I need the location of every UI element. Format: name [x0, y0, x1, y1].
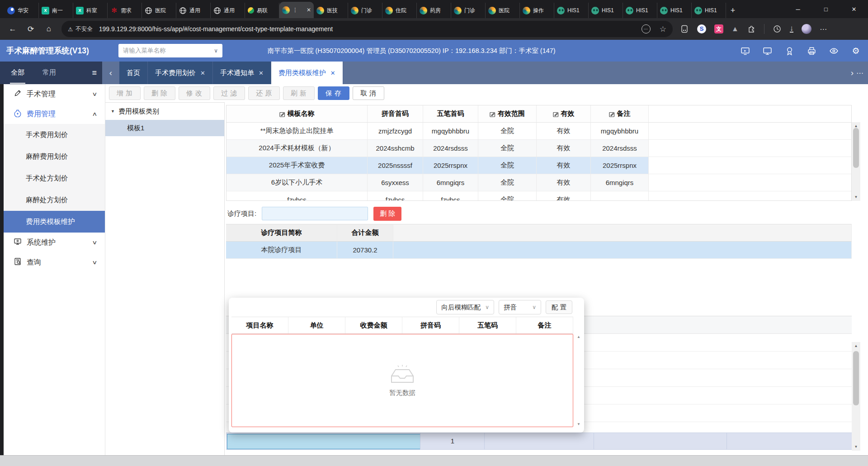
filter-tab-all[interactable]: 全部: [10, 62, 25, 84]
collections-icon[interactable]: [680, 24, 689, 33]
popup-column-header-收费金额[interactable]: 收费金额: [345, 317, 402, 333]
page-tab-手术通知单[interactable]: 手术通知单✕: [213, 62, 271, 84]
search-suggestions-icon[interactable]: ⋯: [642, 24, 651, 33]
browser-tab[interactable]: 门诊: [348, 3, 382, 18]
popup-column-header-备注[interactable]: 备注: [516, 317, 573, 333]
translate-icon[interactable]: 文: [714, 24, 723, 33]
browser-tab[interactable]: 易联: [245, 3, 279, 18]
minimize-button[interactable]: ─: [784, 0, 812, 18]
match-mode-select[interactable]: 向后模糊匹配∨: [436, 300, 494, 314]
printer-icon[interactable]: [807, 46, 816, 56]
table-row[interactable]: 2025年手术室收费2025nssssf2025rrspnx全院有效2025rr…: [226, 157, 851, 174]
scroll-up-icon[interactable]: ▲: [854, 342, 858, 350]
column-header-有效范围[interactable]: 有效范围: [478, 105, 537, 123]
bookmark-star-icon[interactable]: ☆: [660, 24, 666, 34]
download-icon[interactable]: ↓: [790, 25, 794, 33]
popup-scrollbar[interactable]: ▲ ▼: [575, 335, 582, 426]
browser-tab[interactable]: ✻需求: [108, 3, 142, 18]
puzzle-extensions-icon[interactable]: [747, 24, 756, 33]
ribbon-badge-icon[interactable]: [784, 46, 794, 56]
cast-screen-icon[interactable]: [740, 46, 750, 56]
profile-avatar[interactable]: [802, 24, 811, 34]
browser-tab[interactable]: HIS1: [554, 3, 589, 18]
browser-tab[interactable]: HIS1: [692, 3, 726, 18]
table-row[interactable]: 6岁以下小儿手术6syxxess6mngiqrs全院有效6mngiqrs: [226, 174, 851, 191]
detail-grid-scrollbar[interactable]: ▲ ▼: [852, 342, 860, 451]
scroll-up-icon[interactable]: ▲: [577, 335, 580, 339]
s-extension-icon[interactable]: S: [697, 24, 706, 33]
sidebar-item-费用类模板维护[interactable]: 费用类模板维护: [0, 211, 105, 233]
browser-tab[interactable]: HIS1: [623, 3, 657, 18]
refresh-icon[interactable]: ⟳: [22, 20, 40, 38]
column-header-拼音首码[interactable]: 拼音首码: [368, 105, 423, 123]
修改-button[interactable]: 修改: [179, 86, 210, 100]
增加-button[interactable]: 增加: [109, 86, 141, 100]
popup-column-header-拼音码[interactable]: 拼音码: [402, 317, 459, 333]
browser-menu-icon[interactable]: ⋯: [820, 25, 827, 33]
back-icon[interactable]: ←: [4, 20, 22, 38]
scroll-thumb[interactable]: [853, 128, 859, 168]
browser-tab[interactable]: 药房: [417, 3, 451, 18]
url-field[interactable]: ⚠不安全 199.9.129.29:8000/his-ss/app/#/cost…: [61, 21, 673, 37]
security-warning[interactable]: ⚠不安全: [68, 25, 93, 33]
table-row[interactable]: fzybcsfzybcsfzybcs全院有效: [226, 191, 851, 201]
还原-button[interactable]: 还原: [248, 86, 280, 100]
settings-gear-icon[interactable]: ⚙: [851, 46, 861, 56]
configure-button[interactable]: 配置: [546, 300, 572, 314]
eye-icon[interactable]: [829, 46, 839, 56]
tree-node-模板1[interactable]: 模板1: [105, 120, 224, 136]
tabs-scroll-right-icon[interactable]: ›: [851, 68, 854, 78]
browser-tab[interactable]: HIS1: [657, 3, 692, 18]
new-tab-button[interactable]: +: [726, 3, 740, 18]
browser-tab[interactable]: 门诊: [451, 3, 486, 18]
scroll-down-icon[interactable]: ▼: [854, 443, 858, 451]
column-header-模板名称[interactable]: 模板名称: [226, 105, 368, 123]
tree-root[interactable]: ▼ 费用模板类别: [105, 103, 224, 120]
sidebar-group-查询[interactable]: 查询∨: [0, 252, 105, 272]
取消-button[interactable]: 取消: [353, 86, 384, 100]
sidebar-group-手术管理[interactable]: 手术管理∨: [0, 84, 105, 104]
monitor-icon[interactable]: [762, 46, 772, 56]
popup-column-header-五笔码[interactable]: 五笔码: [459, 317, 516, 333]
close-tab-icon[interactable]: ✕: [259, 70, 264, 76]
sidebar-group-系统维护[interactable]: 系统维护∨: [0, 233, 105, 252]
browser-tab[interactable]: x南一: [39, 3, 73, 18]
menu-search-select[interactable]: 请输入菜单名称 ∨: [118, 44, 222, 57]
triangle-extension-icon[interactable]: ▲: [731, 25, 739, 33]
popup-column-header-单位[interactable]: 单位: [288, 317, 345, 333]
column-header-有效[interactable]: 有效: [537, 105, 591, 123]
table-row[interactable]: **周末急诊防止出院挂单zmjzfzcygdmgqybhbbru全院有效mgqy…: [226, 123, 851, 140]
summary-row[interactable]: 本院诊疗项目20730.2: [226, 242, 852, 259]
page-tab-费用类模板维护[interactable]: 费用类模板维护✕: [271, 62, 343, 84]
browser-tab[interactable]: 华安: [5, 3, 39, 18]
close-tab-icon[interactable]: ✕: [307, 7, 311, 13]
scroll-down-icon[interactable]: ▼: [577, 422, 580, 426]
column-header-备注[interactable]: 备注: [591, 105, 649, 123]
tabs-scroll-left-icon[interactable]: ‹: [102, 62, 119, 84]
column-header-合计金额[interactable]: 合计金额: [337, 224, 393, 242]
tabs-more-icon[interactable]: ⋯: [856, 69, 863, 77]
page-tab-手术费用划价[interactable]: 手术费用划价✕: [148, 62, 213, 84]
tree-caret-icon[interactable]: ▼: [111, 109, 115, 114]
browser-tab[interactable]: 医院: [486, 3, 520, 18]
browser-tab[interactable]: 操作: [520, 3, 554, 18]
page-tab-首页[interactable]: 首页: [119, 62, 148, 84]
delete-treatment-button[interactable]: 删除: [373, 207, 401, 221]
browser-tab[interactable]: x科室: [73, 3, 108, 18]
column-header-诊疗项目简称[interactable]: 诊疗项目简称: [226, 224, 337, 242]
保存-button[interactable]: 保存: [318, 86, 349, 100]
close-tab-icon[interactable]: ✕: [200, 70, 205, 76]
刷新-button[interactable]: 刷新: [283, 86, 315, 100]
sidebar-item-手术处方划价[interactable]: 手术处方划价: [0, 167, 105, 189]
browser-tab[interactable]: 医院: [142, 3, 176, 18]
close-tab-icon[interactable]: ✕: [330, 70, 335, 76]
sidebar-group-费用管理[interactable]: 费用管理∧: [0, 104, 105, 124]
browser-tab[interactable]: 住院: [382, 3, 417, 18]
active-edit-cell[interactable]: [227, 434, 420, 449]
home-icon[interactable]: ⌂: [40, 20, 58, 38]
template-table-scrollbar[interactable]: ▲ ▼: [852, 122, 860, 201]
browser-tab[interactable]: 通用: [211, 3, 245, 18]
过滤-button[interactable]: 过滤: [213, 86, 245, 100]
treatment-item-input[interactable]: [262, 207, 368, 220]
scroll-down-icon[interactable]: ▼: [854, 193, 858, 201]
